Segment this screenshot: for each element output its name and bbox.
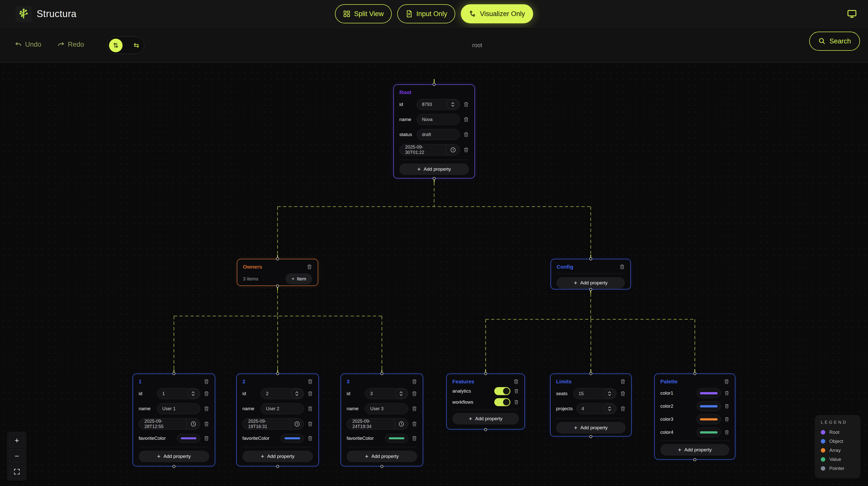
analytics-toggle[interactable]	[494, 387, 510, 395]
visualizer-canvas[interactable]: Root id 8793 name Nova status dr	[0, 63, 868, 486]
input-only-button[interactable]: Input Only	[397, 4, 455, 23]
add-property-button[interactable]: +Add property	[452, 413, 519, 424]
delete-field-button[interactable]	[724, 430, 730, 435]
node-limits[interactable]: Limits seats 15 projects 4	[550, 374, 632, 436]
delete-node-button[interactable]	[724, 379, 730, 384]
text-input[interactable]: Nova	[417, 114, 460, 125]
number-input[interactable]: 4	[577, 403, 617, 414]
color-input[interactable]	[281, 434, 304, 443]
delete-field-button[interactable]	[307, 435, 313, 441]
color-input[interactable]	[697, 427, 721, 437]
stepper-control[interactable]	[447, 100, 459, 109]
number-input[interactable]: 15	[574, 388, 617, 399]
delete-node-button[interactable]	[307, 264, 312, 270]
vertical-layout-button[interactable]: ⇅	[109, 39, 123, 52]
delete-node-button[interactable]	[619, 264, 625, 270]
delete-field-button[interactable]	[620, 391, 626, 396]
add-property-button[interactable]: +Add property	[399, 163, 469, 175]
zoom-in-button[interactable]: +	[9, 434, 24, 447]
delete-field-button[interactable]	[514, 389, 519, 394]
datetime-input[interactable]: 2025-09-19T16:31	[242, 418, 304, 430]
stepper-control[interactable]	[395, 389, 407, 398]
number-input[interactable]: 3	[365, 388, 408, 399]
add-property-button[interactable]: +Add property	[557, 277, 625, 289]
legend-item-pointer: Pointer	[821, 466, 855, 471]
delete-field-button[interactable]	[463, 102, 469, 107]
node-features[interactable]: Features analytics workflows +Add proper…	[446, 374, 525, 429]
delete-field-button[interactable]	[204, 406, 209, 412]
number-input[interactable]: 1	[157, 388, 200, 399]
delete-field-button[interactable]	[307, 391, 313, 396]
delete-node-button[interactable]	[412, 379, 417, 384]
node-palette[interactable]: Palette color1 color2 color3	[654, 374, 735, 460]
clock-button[interactable]	[394, 419, 408, 429]
node-owners[interactable]: Owners 3 items +Item	[237, 259, 318, 286]
workflows-toggle[interactable]	[494, 398, 510, 406]
zoom-out-button[interactable]: −	[9, 449, 24, 463]
horizontal-layout-button[interactable]: ⇆	[134, 41, 139, 49]
delete-field-button[interactable]	[412, 391, 417, 396]
visualizer-only-button[interactable]: Visualizer Only	[461, 4, 533, 23]
delete-field-button[interactable]	[463, 117, 469, 122]
undo-button[interactable]: Undo	[14, 41, 41, 48]
stepper-control[interactable]	[604, 389, 615, 398]
delete-field-button[interactable]	[620, 406, 626, 412]
delete-field-button[interactable]	[724, 404, 730, 409]
stepper-control[interactable]	[604, 404, 615, 413]
node-root[interactable]: Root id 8793 name Nova status dr	[393, 84, 475, 179]
add-property-button[interactable]: +Add property	[660, 444, 730, 456]
delete-field-button[interactable]	[724, 391, 730, 396]
delete-field-button[interactable]	[307, 421, 313, 427]
delete-field-button[interactable]	[463, 147, 469, 153]
delete-node-button[interactable]	[307, 379, 313, 384]
color-input[interactable]	[177, 434, 200, 443]
datetime-input[interactable]: 2025-09-30T01:22	[399, 144, 460, 156]
text-input[interactable]: User 3	[365, 403, 408, 414]
stepper-control[interactable]	[187, 389, 199, 398]
search-button[interactable]: Search	[809, 32, 860, 51]
color-input[interactable]	[697, 388, 721, 398]
color-input[interactable]	[697, 401, 721, 411]
text-input[interactable]: User 2	[261, 403, 304, 414]
field-value: 1	[162, 391, 165, 396]
delete-field-button[interactable]	[463, 132, 469, 137]
add-property-button[interactable]: +Add property	[242, 451, 313, 462]
delete-field-button[interactable]	[204, 421, 209, 427]
add-item-button[interactable]: +Item	[285, 273, 312, 284]
text-input[interactable]: User 1	[157, 403, 200, 414]
clock-button[interactable]	[186, 419, 200, 429]
node-item-1[interactable]: 1 id 1 name User 1	[133, 374, 215, 466]
redo-button[interactable]: Redo	[57, 41, 84, 48]
add-property-button[interactable]: +Add property	[138, 451, 209, 462]
split-view-button[interactable]: Split View	[335, 4, 392, 23]
delete-node-button[interactable]	[514, 379, 519, 384]
delete-field-button[interactable]	[412, 421, 417, 427]
add-property-button[interactable]: +Add property	[556, 422, 626, 433]
add-property-button[interactable]: +Add property	[347, 451, 417, 462]
node-item-2[interactable]: 2 id 2 name User 2	[236, 374, 319, 466]
color-input[interactable]	[697, 414, 721, 424]
datetime-input[interactable]: 2025-09-28T12:55	[138, 418, 200, 430]
delete-field-button[interactable]	[724, 417, 730, 422]
delete-field-button[interactable]	[412, 435, 417, 441]
clock-button[interactable]	[446, 144, 460, 155]
number-input[interactable]: 2	[261, 388, 304, 399]
monitor-icon[interactable]	[847, 9, 857, 19]
node-item-3[interactable]: 3 id 3 name User 3	[341, 374, 423, 466]
delete-field-button[interactable]	[204, 435, 209, 441]
clock-button[interactable]	[290, 419, 304, 429]
text-input[interactable]: draft	[417, 129, 460, 140]
delete-field-button[interactable]	[412, 406, 417, 412]
delete-field-button[interactable]	[514, 400, 519, 405]
datetime-input[interactable]: 2025-09-24T19:34	[347, 418, 408, 430]
node-config[interactable]: Config +Add property	[551, 259, 631, 289]
color-input[interactable]	[385, 434, 408, 443]
number-input[interactable]: 8793	[417, 99, 460, 110]
delete-field-button[interactable]	[307, 406, 313, 412]
field-row-id: id 8793	[399, 99, 469, 110]
fit-view-button[interactable]	[9, 465, 24, 479]
delete-node-button[interactable]	[204, 379, 209, 384]
delete-node-button[interactable]	[620, 379, 626, 384]
stepper-control[interactable]	[291, 389, 303, 398]
delete-field-button[interactable]	[204, 391, 209, 396]
